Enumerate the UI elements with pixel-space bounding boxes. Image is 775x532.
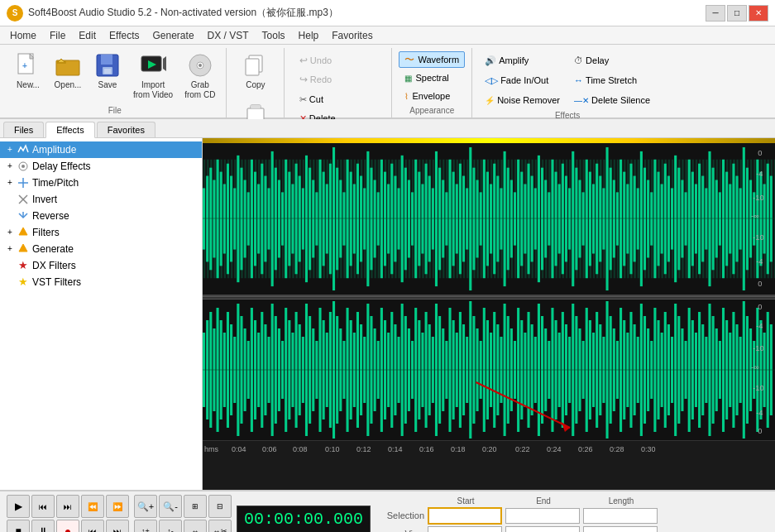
expand-filters[interactable]: + [3, 228, 17, 237]
record-button[interactable]: ● [56, 520, 79, 532]
skip-end-button[interactable]: ⏭ [106, 520, 129, 532]
svg-rect-126 [520, 171, 523, 266]
zoom-v-in-button[interactable]: ↕+ [134, 520, 157, 532]
grab-cd-button[interactable]: Grab from CD [180, 48, 219, 104]
svg-text:0:28: 0:28 [610, 445, 624, 453]
expand-delay[interactable]: + [3, 161, 17, 170]
envelope-view-button[interactable]: ⌇ Envelope [399, 88, 465, 104]
svg-rect-52 [267, 188, 270, 249]
svg-rect-91 [401, 156, 404, 282]
menu-dxvst[interactable]: DX / VST [201, 28, 256, 43]
expand-generate[interactable]: + [3, 244, 17, 253]
new-button[interactable]: + New... [10, 48, 46, 94]
view-length-input[interactable]: 00:00:31.791 [583, 526, 658, 533]
length-header: Length [584, 496, 658, 506]
minimize-button[interactable]: ─ [706, 5, 725, 22]
svg-rect-117 [490, 184, 492, 253]
tree-item-amplitude[interactable]: + Amplitude [0, 141, 202, 158]
import-video-button[interactable]: Import from Video [129, 48, 177, 104]
svg-text:-10: -10 [753, 233, 763, 242]
delay-button[interactable]: ⏱ Delay [568, 51, 656, 69]
return-start-button[interactable]: ⏮ [31, 495, 55, 518]
tab-effects[interactable]: Effects [45, 122, 94, 138]
menu-home[interactable]: Home [3, 28, 43, 43]
amplify-button[interactable]: 🔊 Amplify [479, 51, 567, 69]
waveform-lower[interactable]: 0 -4 -10 -∞ -10 -4 0 [203, 300, 775, 440]
play-button[interactable]: ▶ [7, 495, 30, 518]
fast-forward-button[interactable]: ⏩ [106, 495, 129, 518]
svg-text:-∞: -∞ [751, 212, 759, 220]
svg-rect-107 [456, 184, 458, 253]
undo-button[interactable]: ↩ Undo [294, 51, 383, 69]
view-start-input[interactable]: 00:00:00.000 [428, 526, 502, 533]
redo-arrow-icon: ↪ [299, 74, 308, 85]
fade-inout-button[interactable]: ◁▷ Fade In/Out [479, 71, 567, 89]
tab-favorites[interactable]: Favorites [97, 122, 155, 137]
tree-item-time-pitch[interactable]: + Time/Pitch [0, 175, 202, 191]
expand-amplitude[interactable]: + [3, 145, 17, 154]
cut-button[interactable]: ✂ Cut [294, 90, 383, 108]
tab-files[interactable]: Files [3, 122, 44, 137]
noise-remover-button[interactable]: ⚡ Noise Remover [479, 91, 567, 109]
appearance-group: 〜 Waveform ▦ Spectral ⌇ Envelope Appeara… [392, 48, 472, 117]
zoom-selection-button[interactable]: ⊟ [208, 495, 232, 518]
svg-rect-138 [562, 164, 564, 275]
view-end-input[interactable]: 00:00:31.791 [505, 526, 580, 533]
menu-help[interactable]: Help [292, 28, 326, 43]
zoom-fit-button[interactable]: ⊞ [184, 495, 207, 518]
zoom-out-button[interactable]: 🔍- [159, 495, 182, 518]
title-bar-controls[interactable]: ─ □ ✕ [706, 5, 768, 22]
redo-button[interactable]: ↪ Redo [294, 70, 383, 89]
menu-bar: Home File Edit Effects Generate DX / VST… [0, 26, 775, 45]
selection-view-panel: Start End Length Selection 00:00:00.000 … [376, 493, 768, 533]
skip-start-button[interactable]: ⏮ [81, 520, 104, 532]
selection-end-input[interactable]: 00:00:00.000 [505, 508, 580, 524]
delete-silence-button[interactable]: —✕ Delete Silence [568, 91, 656, 109]
svg-text:-10: -10 [753, 194, 763, 202]
selection-start-input[interactable]: 00:00:00.000 [428, 507, 502, 525]
menu-edit[interactable]: Edit [72, 28, 103, 43]
menu-effects[interactable]: Effects [103, 28, 146, 43]
waveform-view-button[interactable]: 〜 Waveform [399, 51, 465, 68]
svg-rect-119 [496, 175, 499, 261]
tree-item-vst-filters[interactable]: ★ VST Filters [0, 274, 202, 290]
menu-file[interactable]: File [43, 28, 72, 43]
zoom-in-button[interactable]: 🔍+ [134, 495, 157, 518]
tree-item-filters[interactable]: + Filters [0, 224, 202, 241]
svg-rect-56 [281, 192, 284, 245]
stop-button[interactable]: ■ [7, 520, 30, 532]
svg-rect-124 [514, 192, 516, 245]
filters-icon [17, 226, 30, 239]
svg-rect-166 [657, 171, 659, 266]
selection-headers: Start End Length [428, 496, 765, 506]
expand-time-pitch[interactable]: + [3, 178, 17, 187]
next-button[interactable]: ⏭ [56, 495, 79, 518]
zoom-v-sel-button[interactable]: ↔✂ [208, 520, 232, 532]
time-stretch-button[interactable]: ↔ Time Stretch [568, 71, 656, 89]
svg-rect-185 [722, 160, 725, 278]
tree-item-delay-effects[interactable]: + Delay Effects [0, 158, 202, 175]
maximize-button[interactable]: □ [727, 5, 747, 22]
menu-generate[interactable]: Generate [146, 28, 201, 43]
menu-tools[interactable]: Tools [256, 28, 292, 43]
selection-length-input[interactable]: 00:00:00.000 [583, 508, 658, 524]
svg-rect-180 [705, 188, 707, 249]
pause-button[interactable]: ⏸ [31, 520, 55, 532]
tree-item-invert[interactable]: Invert [0, 191, 202, 208]
spectral-view-button[interactable]: ▦ Spectral [399, 69, 465, 86]
zoom-v-out-button[interactable]: ↕- [159, 520, 182, 532]
copy-button[interactable]: Copy [238, 48, 273, 94]
zoom-controls: 🔍+ 🔍- ⊞ ⊟ ↕+ ↕- ↔ ↔✂ [134, 495, 232, 532]
waveform-upper[interactable]: // This will be handled inline via SVG r… [203, 143, 775, 296]
tree-item-generate[interactable]: + Generate [0, 241, 202, 257]
menu-favorites[interactable]: Favorites [325, 28, 379, 43]
zoom-v-fit-button[interactable]: ↔ [184, 520, 207, 532]
open-button[interactable]: Open... [50, 48, 86, 94]
tree-item-reverse[interactable]: Reverse [0, 208, 202, 224]
transport-row-2: ■ ⏸ ● ⏮ ⏭ [7, 520, 129, 532]
save-button[interactable]: Save [89, 48, 126, 94]
file-group-label: File [108, 104, 122, 115]
rewind-button[interactable]: ⏪ [81, 495, 104, 518]
close-button[interactable]: ✕ [749, 5, 768, 22]
tree-item-dx-filters[interactable]: ★ DX Filters [0, 257, 202, 274]
